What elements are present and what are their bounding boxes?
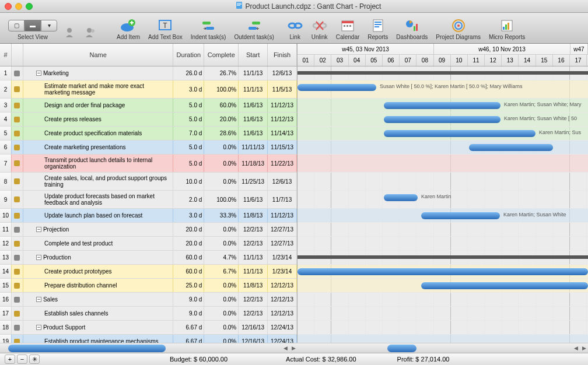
gantt-row[interactable] <box>298 279 588 293</box>
task-name[interactable]: Create product prototypes <box>23 265 173 278</box>
gantt-row[interactable] <box>298 155 588 173</box>
col-finish[interactable]: Finish <box>268 44 297 66</box>
task-name[interactable]: Update launch plan based on forecast <box>23 209 173 222</box>
complete-cell[interactable]: 60.0% <box>204 99 239 112</box>
start-cell[interactable]: 11/8/13 <box>239 279 268 292</box>
col-name[interactable]: Name <box>23 44 173 66</box>
start-cell[interactable]: 11/1/13 <box>239 66 268 80</box>
finish-cell[interactable]: 12/27/13 <box>268 237 297 250</box>
gantt-bar[interactable]: Karen Martin; Sus <box>384 130 536 137</box>
start-cell[interactable]: 11/1/13 <box>239 80 268 98</box>
gantt-row[interactable]: Karen Martin; Susan White; Mary <box>298 99 588 113</box>
duration-cell[interactable]: 60.0 d <box>173 265 204 278</box>
task-name[interactable]: Create sales, local, and product support… <box>23 173 173 190</box>
scroll-left-icon[interactable]: ◀ <box>281 345 289 351</box>
hscroll-right[interactable]: ◀ ▶ <box>298 343 588 353</box>
gantt-row[interactable] <box>298 141 588 155</box>
expand-icon[interactable]: − <box>36 227 41 232</box>
expand-icon[interactable]: − <box>36 297 41 302</box>
gantt-row[interactable] <box>298 293 588 307</box>
finish-cell[interactable]: 1/23/14 <box>268 265 297 278</box>
duration-cell[interactable]: 7.0 d <box>173 127 204 140</box>
task-name[interactable]: Create marketing presentations <box>23 141 173 154</box>
table-row[interactable]: 1−Marketing26.0 d26.7%11/1/1312/6/13 <box>0 66 297 80</box>
finish-cell[interactable]: 12/24/13 <box>268 321 297 334</box>
gantt-row[interactable]: Susan White [ 50.0 %]; Karen Martin [ 50… <box>298 80 588 99</box>
gantt-row[interactable]: Karen Martin; Susan White <box>298 209 588 223</box>
duration-cell[interactable]: 5.0 d <box>173 155 204 172</box>
complete-cell[interactable]: 100.0% <box>204 191 239 208</box>
col-start[interactable]: Start <box>239 44 268 66</box>
add-button[interactable]: + <box>5 355 15 364</box>
table-row[interactable]: 6Create marketing presentations5.0 d0.0%… <box>0 141 297 155</box>
gantt-bar[interactable]: Karen Martin; Susan White <box>421 212 500 219</box>
project-diagrams-button[interactable]: Project Diagrams <box>432 16 484 41</box>
start-cell[interactable]: 11/18/13 <box>239 155 268 172</box>
start-cell[interactable]: 12/2/13 <box>239 237 268 250</box>
expand-icon[interactable]: − <box>36 71 41 76</box>
gantt-bar[interactable]: Karen Martin; Susan White; Mary <box>384 102 501 109</box>
unlink-button[interactable]: Unlink <box>308 16 331 41</box>
gantt-bar[interactable] <box>298 268 588 275</box>
task-name[interactable]: −Projection <box>23 223 173 236</box>
dashboards-button[interactable]: Dashboards <box>393 16 431 41</box>
add-text-box-button[interactable]: TAdd Text Box <box>145 16 186 41</box>
duration-cell[interactable]: 20.0 d <box>173 223 204 236</box>
duration-cell[interactable]: 6.67 d <box>173 321 204 334</box>
settings-button[interactable]: ✳ <box>29 355 40 364</box>
close-icon[interactable] <box>5 3 12 10</box>
gantt-row[interactable] <box>298 66 588 80</box>
gantt-row[interactable]: Karen Martin; Susan White [ 50 <box>298 113 588 127</box>
finish-cell[interactable]: 12/12/13 <box>268 307 297 320</box>
task-name[interactable]: −Sales <box>23 293 173 306</box>
finish-cell[interactable]: 12/12/13 <box>268 293 297 306</box>
complete-cell[interactable]: 0.0% <box>204 321 239 334</box>
scroll-right-icon[interactable]: ▶ <box>580 345 588 351</box>
finish-cell[interactable]: 1/23/14 <box>268 251 297 264</box>
complete-cell[interactable]: 6.7% <box>204 265 239 278</box>
gantt-row[interactable]: Karen Martin; Sus <box>298 127 588 141</box>
start-cell[interactable]: 11/6/13 <box>239 127 268 140</box>
scroll-left-icon[interactable]: ◀ <box>572 345 580 351</box>
table-row[interactable]: 9Update product forecasts based on marke… <box>0 191 297 209</box>
task-name[interactable]: −Marketing <box>23 66 173 80</box>
add-item-button[interactable]: Add Item <box>113 16 144 41</box>
complete-cell[interactable]: 100.0% <box>204 80 239 98</box>
finish-cell[interactable]: 11/5/13 <box>268 80 297 98</box>
duration-cell[interactable]: 3.0 d <box>173 209 204 222</box>
complete-cell[interactable]: 0.0% <box>204 293 239 306</box>
gantt-bar[interactable] <box>469 144 553 151</box>
table-row[interactable]: 5Create product specification materials7… <box>0 127 297 141</box>
finish-cell[interactable]: 12/6/13 <box>268 66 297 80</box>
duration-cell[interactable]: 20.0 d <box>173 237 204 250</box>
gantt-row[interactable] <box>298 223 588 237</box>
duration-cell[interactable]: 9.0 d <box>173 307 204 320</box>
finish-cell[interactable]: 12/12/13 <box>268 279 297 292</box>
finish-cell[interactable]: 11/12/13 <box>268 99 297 112</box>
expand-icon[interactable]: − <box>36 255 41 260</box>
task-name[interactable]: −Product Support <box>23 321 173 334</box>
micro-reports-button[interactable]: Micro Reports <box>485 16 528 41</box>
gantt-row[interactable]: Karen Martin <box>298 191 588 209</box>
complete-cell[interactable]: 0.0% <box>204 155 239 172</box>
task-name[interactable]: −Production <box>23 251 173 264</box>
complete-cell[interactable]: 0.0% <box>204 223 239 236</box>
task-table[interactable]: 1−Marketing26.0 d26.7%11/1/1312/6/132Est… <box>0 66 298 353</box>
link-button[interactable]: Link <box>284 16 307 41</box>
table-row[interactable]: 16−Sales9.0 d0.0%12/2/1312/12/13 <box>0 293 297 307</box>
reports-button[interactable]: Reports <box>364 16 391 41</box>
task-name[interactable]: Complete and test product <box>23 237 173 250</box>
table-row[interactable]: 10Update launch plan based on forecast3.… <box>0 209 297 223</box>
finish-cell[interactable]: 11/14/13 <box>268 127 297 140</box>
complete-cell[interactable]: 26.7% <box>204 66 239 80</box>
zoom-icon[interactable] <box>26 3 33 10</box>
minimize-icon[interactable] <box>15 3 22 10</box>
start-cell[interactable]: 11/8/13 <box>239 209 268 222</box>
complete-cell[interactable]: 0.0% <box>204 279 239 292</box>
hscroll-left[interactable]: ◀ ▶ <box>0 343 298 353</box>
table-row[interactable]: 14Create product prototypes60.0 d6.7%11/… <box>0 265 297 279</box>
finish-cell[interactable]: 11/7/13 <box>268 191 297 208</box>
persona1-button[interactable] <box>62 16 80 41</box>
start-cell[interactable]: 11/6/13 <box>239 113 268 126</box>
gantt-row[interactable] <box>298 307 588 321</box>
